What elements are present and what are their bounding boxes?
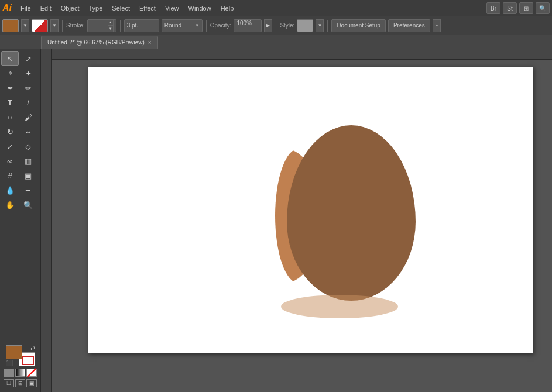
menu-bar: Ai File Edit Object Type Select Effect V… <box>0 0 552 16</box>
reflect-tool[interactable]: ↔ <box>19 125 37 139</box>
opacity-label: Opacity: <box>210 22 232 29</box>
none-mode-btn[interactable] <box>26 369 37 377</box>
rotate-tool[interactable]: ↻ <box>1 125 19 139</box>
type-tool[interactable]: T <box>1 95 19 109</box>
vertical-ruler <box>41 49 52 392</box>
lasso-tool[interactable]: ⌖ <box>1 66 19 80</box>
graph-tool[interactable]: ▥ <box>19 154 37 168</box>
measure-tool[interactable]: ━ <box>19 183 37 197</box>
menu-select[interactable]: Select <box>108 4 134 13</box>
gradient-mode-btn[interactable] <box>15 369 26 377</box>
artboard-mode-btn[interactable]: ▣ <box>26 379 37 387</box>
sep2 <box>120 20 121 32</box>
search-icon-btn[interactable]: 🔍 <box>536 2 550 14</box>
tools-panel: ↖ ↗ ⌖ ✦ ✒ ✏ T / ○ 🖌 ↻ ↔ ⤢ ◇ ∞ ▥ <box>0 49 41 392</box>
artboard <box>88 67 533 353</box>
tool-row-7: ⤢ ◇ <box>1 139 39 153</box>
eyedropper-tool[interactable]: 💧 <box>1 183 19 197</box>
scale-tool[interactable]: ⤢ <box>1 139 19 153</box>
menu-window[interactable]: Window <box>184 4 215 13</box>
preview-mode-btn[interactable]: ☐ <box>4 379 14 387</box>
stroke-spin-up[interactable]: ▲ <box>108 19 114 26</box>
style-label: Style: <box>280 22 294 29</box>
tab-bar: Untitled-2* @ 66.67% (RGB/Preview) × <box>0 35 552 49</box>
tool-row-9: # ▣ <box>1 169 39 183</box>
view-mode-row: ☐ ⊞ ▣ <box>4 379 37 387</box>
app-switcher-group: Br St ⊞ 🔍 <box>486 2 550 14</box>
pencil-tool[interactable]: ✏ <box>19 81 37 95</box>
menu-file[interactable]: File <box>16 4 35 13</box>
stroke-label: Stroke: <box>66 22 85 29</box>
outline-mode-btn[interactable]: ⊞ <box>15 379 26 387</box>
gradient-tool[interactable]: ▣ <box>19 169 37 183</box>
tool-row-8: ∞ ▥ <box>1 154 39 168</box>
tab-close-button[interactable]: × <box>148 39 152 46</box>
tab-title: Untitled-2* @ 66.67% (RGB/Preview) <box>47 39 145 46</box>
fill-color-arrow[interactable]: ▼ <box>21 19 29 32</box>
zoom-tool[interactable]: 🔍 <box>19 198 37 212</box>
menu-effect[interactable]: Effect <box>135 4 160 13</box>
canvas-area <box>41 49 552 392</box>
egg-illustration <box>269 125 421 312</box>
fill-stroke-swatches: ⇄ ⬛ <box>6 345 35 366</box>
sep3 <box>206 20 207 32</box>
sep1 <box>62 20 63 32</box>
stroke-spin-down[interactable]: ▼ <box>108 26 114 32</box>
workspace-icon-btn[interactable]: ⊞ <box>519 2 533 14</box>
menu-object[interactable]: Object <box>57 4 84 13</box>
color-section: ⇄ ⬛ ☐ ⊞ ▣ <box>1 343 39 390</box>
tool-row-5: ○ 🖌 <box>1 110 39 124</box>
stroke-color-arrow[interactable]: ▼ <box>50 19 59 32</box>
document-tab[interactable]: Untitled-2* @ 66.67% (RGB/Preview) × <box>41 36 158 49</box>
app-logo: Ai <box>2 3 12 13</box>
fill-color-box[interactable] <box>2 19 19 32</box>
ellipse-tool[interactable]: ○ <box>1 110 19 124</box>
swap-colors-icon[interactable]: ⇄ <box>30 345 35 352</box>
mesh-tool[interactable]: # <box>1 169 19 183</box>
opacity-arrow[interactable]: ▶ <box>264 19 272 32</box>
egg-main-shape <box>287 125 416 301</box>
hand-tool[interactable]: ✋ <box>1 198 19 212</box>
stroke-width-input[interactable]: ▲ ▼ <box>87 19 116 32</box>
select-tool[interactable]: ↖ <box>1 51 19 66</box>
style-selector[interactable] <box>297 19 313 32</box>
paintbrush-tool[interactable]: 🖌 <box>19 110 37 124</box>
reset-colors-icon[interactable]: ⬛ <box>6 360 13 366</box>
toolbar-more-arrow[interactable]: » <box>433 19 441 32</box>
tool-row-10: 💧 ━ <box>1 183 39 197</box>
blend-tool[interactable]: ∞ <box>1 154 19 168</box>
sep5 <box>327 20 328 32</box>
magic-wand-tool[interactable]: ✦ <box>19 66 37 80</box>
tool-row-6: ↻ ↔ <box>1 125 39 139</box>
preferences-button[interactable]: Preferences <box>388 19 430 32</box>
tool-row-1: ↖ ↗ <box>1 51 39 66</box>
menu-view[interactable]: View <box>161 4 183 13</box>
menu-help[interactable]: Help <box>217 4 238 13</box>
stock-icon-btn[interactable]: St <box>503 2 517 14</box>
opacity-input[interactable]: 100% <box>234 19 262 32</box>
menu-type[interactable]: Type <box>85 4 107 13</box>
color-mode-row <box>4 369 37 377</box>
main-content: ↖ ↗ ⌖ ✦ ✒ ✏ T / ○ 🖌 ↻ ↔ ⤢ ◇ ∞ ▥ <box>0 49 552 392</box>
tool-row-2: ⌖ ✦ <box>1 66 39 80</box>
color-mode-btn[interactable] <box>4 369 14 377</box>
egg-shadow-shape <box>281 295 398 318</box>
stroke-color-box[interactable] <box>32 19 48 32</box>
bridge-icon-btn[interactable]: Br <box>486 2 500 14</box>
tool-row-3: ✒ ✏ <box>1 81 39 95</box>
tool-row-4: T / <box>1 95 39 109</box>
pen-tool[interactable]: ✒ <box>1 81 19 95</box>
options-toolbar: ▼ ▼ Stroke: ▲ ▼ 3 pt. Round ▼ Opacity: 1… <box>0 16 552 35</box>
brush-type-selector[interactable]: Round ▼ <box>162 19 203 32</box>
tool-row-11: ✋ 🔍 <box>1 198 39 212</box>
brush-preset-selector[interactable]: 3 pt. <box>124 19 159 32</box>
direct-select-tool[interactable]: ↗ <box>19 51 37 66</box>
line-tool[interactable]: / <box>19 95 37 109</box>
stroke-swatch[interactable] <box>22 356 34 365</box>
horizontal-ruler <box>41 49 552 60</box>
menu-edit[interactable]: Edit <box>36 4 56 13</box>
shear-tool[interactable]: ◇ <box>19 139 37 153</box>
foreground-swatch[interactable] <box>6 345 22 359</box>
style-arrow[interactable]: ▼ <box>316 19 324 32</box>
document-setup-button[interactable]: Document Setup <box>331 19 386 32</box>
